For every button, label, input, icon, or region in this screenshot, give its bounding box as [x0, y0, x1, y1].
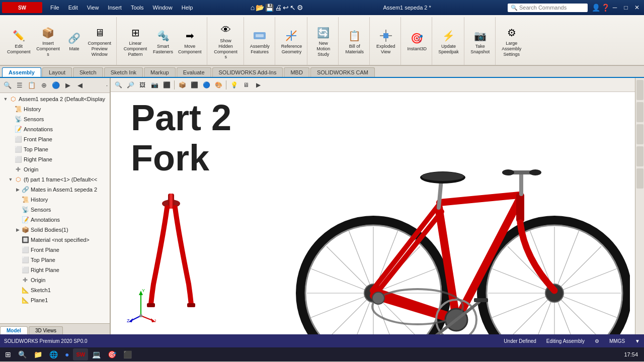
component-preview-button[interactable]: 🖥 ComponentPreviewWindow	[86, 23, 114, 58]
units-dropdown-icon[interactable]: ▼	[635, 338, 640, 344]
tree-plane1[interactable]: 📐 Plane1	[0, 295, 110, 305]
tree-sensors2[interactable]: 📡 Sensors	[0, 205, 110, 215]
list-view-icon[interactable]: ☰	[14, 80, 25, 91]
restore-button[interactable]: □	[621, 3, 631, 13]
taskbar-files[interactable]: 📁	[31, 348, 45, 360]
edit-component-button[interactable]: ✏️ EditComponent	[5, 26, 33, 56]
move-component-button[interactable]: ➡ MoveComponent	[176, 26, 204, 56]
tree-sensors[interactable]: 📡 Sensors	[0, 114, 110, 124]
show-hidden-button[interactable]: 👁 ShowHiddenComponents	[211, 21, 240, 61]
right-panel-btn-5[interactable]	[636, 168, 643, 189]
settings-icon[interactable]: ⚙	[595, 338, 599, 344]
menu-view[interactable]: View	[83, 4, 103, 12]
color-icon[interactable]: 🎨	[213, 79, 224, 90]
close-button[interactable]: ✕	[632, 3, 642, 13]
print-icon[interactable]: 🖨	[275, 4, 282, 12]
linear-pattern-button[interactable]: ⊞ Linear ComponentPattern	[121, 23, 150, 58]
update-speedpak-button[interactable]: ⚡ UpdateSpeedpak	[436, 26, 461, 56]
taskbar-app1[interactable]: 💻	[89, 348, 104, 360]
tree-material[interactable]: 🔲 Material <not specified>	[0, 235, 110, 245]
taskbar-app3[interactable]: ⬛	[120, 348, 135, 360]
user-icon[interactable]: 👤	[592, 4, 600, 12]
tree-history2[interactable]: 📜 History	[0, 195, 110, 205]
right-panel-btn-3[interactable]	[636, 124, 643, 144]
smart-fasteners-button[interactable]: 🔩 SmartFasteners	[151, 26, 175, 56]
reference-geometry-button[interactable]: ReferenceGeometry	[279, 26, 304, 56]
mate-button[interactable]: 🔗 Mate	[64, 29, 85, 53]
render-icon[interactable]: 🖥	[240, 79, 252, 90]
zoom-to-fit-icon[interactable]: 🔍	[113, 79, 124, 90]
large-assembly-settings-button[interactable]: ⚙ LargeAssemblySettings	[500, 23, 523, 58]
lighting-icon[interactable]: 💡	[228, 79, 239, 90]
instant3d-button[interactable]: 🎯 Instant3D	[405, 29, 429, 53]
search-input[interactable]	[519, 5, 585, 11]
tree-origin2[interactable]: ✚ Origin	[0, 275, 110, 285]
search-box[interactable]: 🔍	[508, 4, 588, 12]
tree-history[interactable]: 📜 History	[0, 104, 110, 114]
tree-right-plane[interactable]: ⬜ Right Plane	[0, 154, 110, 164]
tree-top-plane[interactable]: ⬜ Top Plane	[0, 144, 110, 154]
menu-tools[interactable]: Tools	[127, 4, 148, 12]
assembly-features-button[interactable]: AssemblyFeatures	[248, 26, 272, 56]
tree-annotations[interactable]: 📝 Annotations	[0, 124, 110, 134]
select-icon[interactable]: ↖	[290, 4, 296, 12]
exploded-view-button[interactable]: ExplodedView	[374, 26, 397, 56]
open-icon[interactable]: 📂	[256, 4, 264, 12]
tab-sketch[interactable]: Sketch	[73, 67, 103, 77]
tree-front-plane2[interactable]: ⬜ Front Plane	[0, 245, 110, 255]
options-icon[interactable]: ⚙	[297, 4, 303, 12]
save-icon[interactable]: 💾	[265, 4, 274, 12]
tree-part1-frame[interactable]: ▼ ⬡ (f) part 1 frame<1> (Default<<	[0, 174, 110, 185]
tree-front-plane[interactable]: ⬜ Front Plane	[0, 134, 110, 144]
section-view-icon[interactable]: 📦	[177, 79, 188, 90]
filter-icon[interactable]: 🔍	[2, 80, 13, 91]
menu-insert[interactable]: Insert	[104, 4, 126, 12]
tab-sketch-ink[interactable]: Sketch Ink	[104, 67, 143, 77]
taskbar-edge[interactable]: 🌐	[46, 348, 61, 360]
taskbar-search[interactable]: 🔍	[15, 348, 30, 360]
view-settings-icon[interactable]: ⬛	[189, 79, 200, 90]
add-icon[interactable]: ⊕	[38, 80, 49, 91]
tab-addins[interactable]: SOLIDWORKS Add-Ins	[212, 67, 283, 77]
display-icon[interactable]: 🔵	[50, 80, 61, 91]
minimize-button[interactable]: ─	[610, 3, 620, 13]
menu-file[interactable]: File	[46, 4, 63, 12]
zoom-in-icon[interactable]: 🔎	[125, 79, 136, 90]
menu-window[interactable]: Window	[149, 4, 177, 12]
right-panel-btn-4[interactable]	[636, 146, 643, 166]
tab-cam[interactable]: SOLIDWORKS CAM	[310, 67, 375, 77]
tree-root-assembly[interactable]: ▼ ⬡ Assem1 sepeda 2 (Default<Display	[0, 94, 110, 104]
view-orientation-icon[interactable]: 🖼	[137, 79, 148, 90]
tree-top-plane2[interactable]: ⬜ Top Plane	[0, 255, 110, 265]
home-icon[interactable]: ⌂	[251, 4, 255, 12]
camera-icon[interactable]: 📷	[149, 79, 160, 90]
tab-mbd[interactable]: MBD	[284, 67, 309, 77]
insert-components-button[interactable]: 📦 InsertComponents	[34, 23, 63, 58]
tree-origin[interactable]: ✚ Origin	[0, 164, 110, 174]
right-panel-btn-1[interactable]	[636, 80, 643, 100]
help-icon[interactable]: ❓	[601, 4, 610, 12]
tab-markup[interactable]: Markup	[144, 67, 176, 77]
tree-annotations2[interactable]: 📝 Annotations	[0, 215, 110, 225]
undo-icon[interactable]: ↩	[283, 4, 289, 12]
bill-materials-button[interactable]: 📋 Bill ofMaterials	[343, 26, 366, 56]
arrow-right-icon[interactable]: ▶	[62, 80, 73, 91]
menu-help[interactable]: Help	[178, 4, 197, 12]
taskbar-chrome[interactable]: ●	[62, 348, 72, 360]
start-button[interactable]: ⊞	[2, 348, 14, 360]
tab-evaluate[interactable]: Evaluate	[177, 67, 211, 77]
motion-study-button[interactable]: 🔄 NewMotionStudy	[313, 23, 334, 58]
taskbar-app2[interactable]: 🎯	[105, 348, 119, 360]
clipboard-icon[interactable]: 📋	[26, 80, 37, 91]
take-snapshot-button[interactable]: 📷 TakeSnapshot	[468, 26, 492, 56]
taskbar-solidworks[interactable]: SW	[73, 348, 88, 360]
arrow-left-icon[interactable]: ◀	[74, 80, 86, 91]
appearance-icon[interactable]: 🔵	[201, 79, 212, 90]
tree-solid-bodies[interactable]: ▶ 📦 Solid Bodies(1)	[0, 225, 110, 235]
right-panel-btn-2[interactable]	[636, 102, 643, 122]
menu-edit[interactable]: Edit	[64, 4, 82, 12]
tree-right-plane2[interactable]: ⬜ Right Plane	[0, 265, 110, 275]
display-icon2[interactable]: ⬛	[161, 79, 172, 90]
model-tab[interactable]: Model	[0, 326, 28, 334]
tab-layout[interactable]: Layout	[42, 67, 72, 77]
